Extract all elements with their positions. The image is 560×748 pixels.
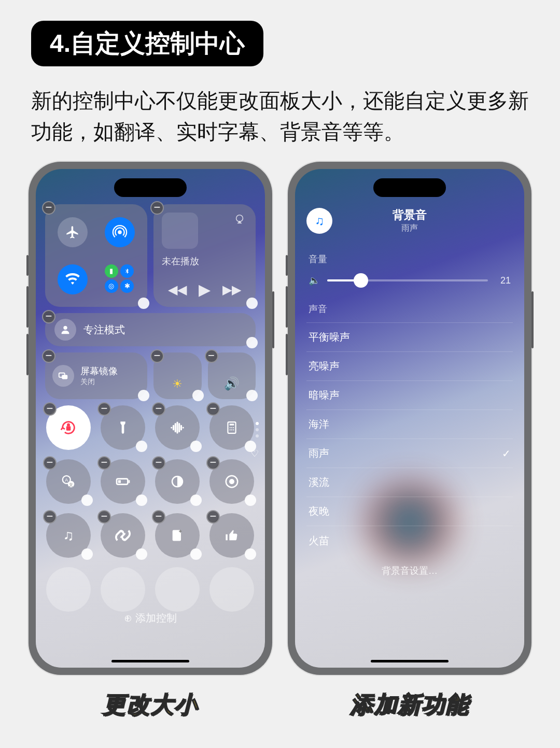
- resize-handle[interactable]: [192, 390, 204, 401]
- next-track-button[interactable]: ▶▶: [222, 283, 241, 297]
- sound-option[interactable]: 火苗: [306, 526, 513, 555]
- thumbs-up-button[interactable]: [209, 513, 254, 558]
- screen-record-button[interactable]: [209, 459, 254, 504]
- sound-label: 雨声: [309, 446, 329, 460]
- sound-label: 夜晚: [309, 504, 329, 518]
- waveform-icon: [170, 420, 185, 435]
- lock-rotation-icon: [60, 419, 77, 436]
- sound-label: 火苗: [309, 534, 329, 548]
- brightness-slider[interactable]: ☀: [153, 352, 201, 399]
- empty-slot[interactable]: [209, 567, 254, 612]
- sound-option[interactable]: 雨声✓: [306, 439, 513, 468]
- remove-badge[interactable]: [205, 349, 218, 363]
- page-indicator: [256, 422, 259, 437]
- resize-handle[interactable]: [246, 298, 258, 309]
- bluetooth-icon[interactable]: [120, 264, 134, 278]
- translate-button[interactable]: A文: [46, 459, 91, 504]
- resize-handle[interactable]: [246, 390, 258, 401]
- sound-option[interactable]: 暗噪声: [306, 381, 513, 410]
- calculator-icon: [225, 421, 239, 434]
- screen-right: ♫ 背景音 雨声 音量 🔈 21 声音 平衡噪声亮噪声暗噪声海洋雨声✓: [295, 169, 524, 668]
- bg-sound-body: 音量 🔈 21 声音 平衡噪声亮噪声暗噪声海洋雨声✓溪流夜晚火苗 背景音设置…: [306, 247, 513, 652]
- svg-text:A: A: [65, 477, 68, 483]
- media-tile[interactable]: 未在播放 ◀◀ ▶ ▶▶: [153, 204, 256, 307]
- cellular-icon[interactable]: ▮: [105, 264, 118, 278]
- volume-thumb[interactable]: [354, 273, 368, 288]
- resize-handle[interactable]: [138, 298, 149, 309]
- dark-mode-button[interactable]: [155, 459, 200, 504]
- sound-option[interactable]: 亮噪声: [306, 352, 513, 381]
- flashlight-button[interactable]: [101, 405, 145, 450]
- home-indicator[interactable]: [371, 660, 449, 662]
- prev-track-button[interactable]: ◀◀: [168, 283, 187, 297]
- empty-slot[interactable]: [155, 567, 200, 612]
- speaker-icon: 🔊: [224, 376, 240, 391]
- controls-grid: A文 ♫: [45, 405, 256, 612]
- shazam-button[interactable]: [101, 513, 145, 558]
- low-power-button[interactable]: [101, 459, 145, 504]
- volume-slider[interactable]: 🔊: [208, 352, 256, 399]
- sound-option[interactable]: 平衡噪声: [306, 323, 513, 352]
- sound-section-label: 声音: [306, 297, 513, 323]
- checkmark-icon: ✓: [502, 447, 511, 460]
- svg-point-10: [233, 427, 234, 428]
- remove-badge[interactable]: [42, 310, 55, 323]
- airplane-mode-toggle[interactable]: [58, 217, 88, 247]
- calculator-button[interactable]: [209, 405, 254, 450]
- empty-slot[interactable]: [46, 567, 91, 612]
- svg-point-23: [229, 479, 234, 484]
- volume-slider-row[interactable]: 🔈 21: [306, 272, 513, 297]
- svg-point-12: [231, 429, 232, 430]
- control-center: ▮ ◎ ✱: [45, 204, 256, 652]
- resize-handle[interactable]: [246, 337, 258, 348]
- wifi-toggle[interactable]: [58, 264, 88, 294]
- sound-label: 海洋: [309, 417, 329, 431]
- media-status: 未在播放: [162, 255, 247, 267]
- svg-text:文: 文: [69, 483, 73, 487]
- quick-note-button[interactable]: [155, 513, 200, 558]
- add-control-button[interactable]: ⊕ 添加控制: [45, 611, 256, 625]
- plus-icon: ⊕: [124, 612, 135, 624]
- person-icon: [54, 319, 76, 341]
- connectivity-tile[interactable]: ▮ ◎ ✱: [45, 204, 147, 307]
- translate-icon: A文: [61, 474, 76, 489]
- phones-row: ▮ ◎ ✱: [21, 162, 539, 675]
- airplay-icon[interactable]: [234, 214, 245, 225]
- focus-label: 专注模式: [83, 323, 125, 337]
- caption-left: 更改大小: [29, 689, 272, 720]
- dark-mode-icon: [170, 474, 185, 489]
- music-note-icon: ♫: [63, 527, 74, 544]
- media-artwork: [162, 213, 198, 249]
- bg-sound-settings-link[interactable]: 背景音设置…: [306, 564, 513, 577]
- remove-badge[interactable]: [150, 349, 164, 363]
- screen-mirror-tile[interactable]: 屏幕镜像 关闭: [45, 352, 147, 399]
- play-button[interactable]: ▶: [199, 280, 211, 299]
- wifi-icon: [65, 272, 80, 287]
- remove-badge[interactable]: [150, 201, 164, 215]
- sound-option[interactable]: 海洋: [306, 410, 513, 439]
- orientation-lock-button[interactable]: [46, 405, 91, 450]
- home-indicator[interactable]: [111, 660, 189, 662]
- remove-badge[interactable]: [42, 349, 55, 363]
- satellite-icon[interactable]: ✱: [120, 279, 134, 293]
- resize-handle[interactable]: [138, 390, 149, 401]
- airdrop-toggle[interactable]: [105, 217, 135, 247]
- mirror-sub: 关闭: [80, 377, 118, 387]
- empty-slot[interactable]: [101, 567, 145, 612]
- sound-label: 亮噪声: [309, 359, 340, 373]
- sound-option[interactable]: 溪流: [306, 468, 513, 497]
- sound-option[interactable]: 夜晚: [306, 497, 513, 526]
- svg-point-11: [230, 429, 231, 430]
- hotspot-icon[interactable]: ◎: [105, 279, 118, 293]
- page-title-pill: 4.自定义控制中心: [31, 21, 263, 66]
- svg-point-0: [118, 230, 122, 234]
- focus-mode-tile[interactable]: 专注模式: [45, 313, 256, 346]
- volume-track[interactable]: [327, 279, 488, 281]
- dynamic-island: [114, 178, 187, 197]
- music-recognition-button[interactable]: ♫: [46, 513, 91, 558]
- sound-recognition-button[interactable]: [155, 405, 200, 450]
- svg-rect-19: [129, 480, 130, 483]
- battery-icon: [115, 473, 131, 490]
- remove-badge[interactable]: [42, 201, 55, 215]
- svg-rect-5: [66, 426, 71, 431]
